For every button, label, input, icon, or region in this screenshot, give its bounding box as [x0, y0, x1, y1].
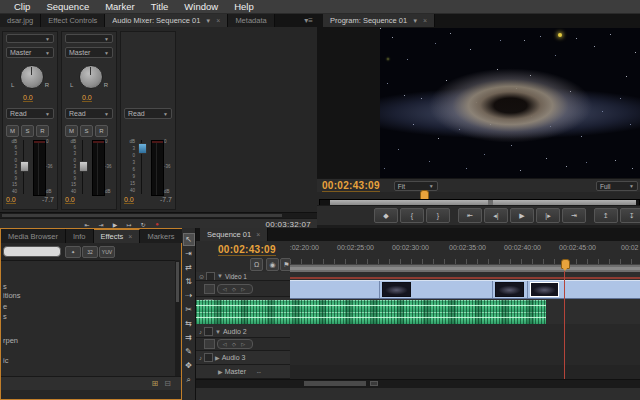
tab-close-icon[interactable]: × [128, 233, 132, 240]
solo-button[interactable]: S [80, 125, 93, 137]
scrollbar-handle[interactable] [2, 214, 282, 217]
collapse-icon[interactable]: ▼ [215, 329, 221, 335]
volume-fader[interactable] [20, 140, 27, 194]
toggle-track-output-icon[interactable]: ♪ [199, 329, 202, 335]
zoom-tool[interactable]: ⌕ [183, 373, 195, 386]
collapse-icon[interactable]: ▶ [218, 368, 223, 375]
razor-tool[interactable]: ✂ [183, 303, 195, 316]
effects-search-input[interactable] [3, 246, 61, 257]
scrollbar-handle[interactable] [176, 262, 179, 302]
tab-metadata[interactable]: Metadata [228, 14, 274, 27]
fader-db-value[interactable]: 0.0 [65, 196, 75, 204]
track-header-video1[interactable]: ⊙ ▼ Video 1 [196, 272, 290, 281]
panel-menu-icon[interactable]: ▾≡ [300, 14, 317, 27]
tab-source-clip[interactable]: dsar.jpg [0, 14, 41, 27]
collapse-icon[interactable]: ▶ [215, 354, 220, 361]
go-to-out-button[interactable]: ⇥ [562, 208, 586, 223]
ripple-edit-tool[interactable]: ⇄ [183, 261, 195, 274]
record-button[interactable]: ● [150, 220, 164, 228]
rate-stretch-tool[interactable]: ⇢ [183, 289, 195, 302]
go-to-in-button[interactable]: ⇤ [80, 220, 94, 228]
toggle-track-output-icon[interactable]: ⊙ [199, 273, 204, 280]
track-lock-toggle[interactable] [204, 327, 213, 336]
automation-select[interactable]: Read▼ [6, 108, 54, 119]
fader-db-value[interactable]: 0.0 [6, 196, 16, 204]
slip-tool[interactable]: ⇆ [183, 317, 195, 330]
collapse-icon[interactable]: ▼ [217, 273, 223, 279]
play-button[interactable]: ▶ [510, 208, 534, 223]
mark-in-button[interactable]: { [400, 208, 424, 223]
keyframe-nav[interactable]: ◁ ◇ ▷ [217, 339, 253, 349]
menu-help[interactable]: Help [226, 1, 262, 12]
tab-markers[interactable]: Markers [140, 229, 182, 243]
clip-thumbnail[interactable] [382, 282, 411, 297]
automation-select[interactable]: Read▼ [65, 108, 113, 119]
scrollbar-box[interactable] [370, 381, 378, 386]
play-in-to-out-button[interactable]: ↦ [122, 220, 136, 228]
effects-v-scrollbar[interactable] [175, 260, 180, 376]
menu-marker[interactable]: Marker [97, 1, 143, 12]
clip-thumbnail[interactable] [530, 282, 559, 297]
tab-media-browser[interactable]: Media Browser [1, 229, 66, 243]
menu-clip[interactable]: Clip [6, 1, 38, 12]
tab-dropdown-icon[interactable]: ▼ [205, 18, 211, 24]
effects-list-item[interactable]: ic [3, 356, 8, 365]
menu-window[interactable]: Window [176, 1, 226, 12]
record-arm-button[interactable]: R [36, 125, 49, 137]
hand-tool[interactable]: ✥ [183, 359, 195, 372]
pan-knob[interactable] [79, 65, 103, 89]
audio3-track-content[interactable] [290, 351, 640, 366]
mute-button[interactable]: M [65, 125, 78, 137]
pan-value[interactable]: 0.0 [23, 94, 33, 102]
track-lock-toggle[interactable] [204, 353, 213, 362]
playback-quality-select[interactable]: Full▼ [596, 181, 638, 191]
step-back-button[interactable]: ◂| [484, 208, 508, 223]
tab-close-icon[interactable]: × [216, 17, 220, 24]
filter-32bit-icon[interactable]: 32 [82, 246, 98, 258]
delete-icon[interactable]: ⊟ [164, 379, 171, 388]
effects-list-item[interactable]: s [3, 282, 7, 291]
timeline-h-scrollbar[interactable] [196, 379, 640, 388]
effects-list-item[interactable]: e [3, 302, 7, 311]
go-to-out-button[interactable]: ⇥ [94, 220, 108, 228]
tab-dropdown-icon[interactable]: ▼ [412, 18, 418, 24]
toggle-track-output-icon[interactable]: ♪ [199, 355, 202, 361]
track-header-audio3[interactable]: ♪ ▶ Audio 3 [196, 351, 290, 365]
lift-button[interactable]: ↥ [594, 208, 618, 223]
solo-button[interactable]: S [21, 125, 34, 137]
set-display-style-button[interactable] [204, 284, 215, 294]
effects-list-item[interactable]: s [3, 312, 7, 321]
mark-out-button[interactable]: } [426, 208, 450, 223]
input-select[interactable]: ▼ [65, 34, 113, 43]
set-chapter-marker-button[interactable]: ◉ [266, 258, 279, 271]
mute-button[interactable]: M [6, 125, 19, 137]
tab-effects[interactable]: Effects× [94, 229, 141, 243]
clip-thumbnail[interactable] [495, 282, 524, 297]
output-assign-select[interactable]: Master▼ [6, 47, 54, 58]
menu-sequence[interactable]: Sequence [38, 1, 97, 12]
fader-handle[interactable] [79, 161, 88, 172]
zoom-level-select[interactable]: Fit▼ [394, 181, 438, 191]
filter-yuv-icon[interactable]: YUV [99, 246, 115, 258]
track-select-tool[interactable]: ⇥ [183, 247, 195, 260]
step-forward-button[interactable]: |▸ [536, 208, 560, 223]
audio-waveform-right[interactable] [196, 312, 546, 324]
menu-title[interactable]: Title [143, 1, 177, 12]
volume-fader[interactable] [138, 140, 145, 194]
pen-tool[interactable]: ✎ [183, 345, 195, 358]
track-header-master[interactable]: ▶ Master ⇔ [196, 365, 290, 379]
set-display-style-button[interactable] [204, 339, 215, 349]
audio2-track-content[interactable] [290, 324, 640, 352]
fader-db-value[interactable]: 0.0 [124, 196, 134, 204]
timeline-ruler[interactable]: 00:02:20:00 00:02:25:00 00:02:30:00 00:0… [290, 241, 640, 265]
timeline-timecode[interactable]: 00:02:43:09 [218, 244, 276, 256]
new-custom-bin-icon[interactable]: ⊞ [152, 379, 159, 388]
fader-handle[interactable] [20, 161, 29, 172]
volume-fader[interactable] [79, 140, 86, 194]
audio-waveform-left[interactable] [196, 300, 546, 312]
add-marker-button[interactable]: ◆ [374, 208, 398, 223]
tab-program[interactable]: Program: Sequence 01 ▼ × [323, 14, 435, 27]
tab-close-icon[interactable]: × [423, 17, 427, 24]
effects-list-item[interactable]: rpen [3, 336, 18, 345]
go-to-in-button[interactable]: ⇤ [458, 208, 482, 223]
